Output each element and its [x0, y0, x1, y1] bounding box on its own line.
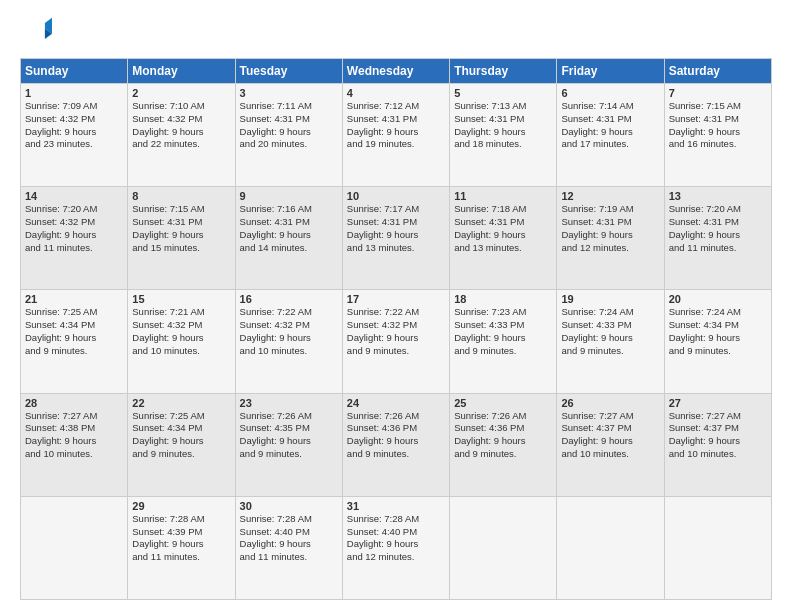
day-info: Sunrise: 7:24 AM Sunset: 4:34 PM Dayligh… [669, 306, 767, 357]
day-number: 23 [240, 397, 338, 409]
calendar-cell: 6 Sunrise: 7:14 AM Sunset: 4:31 PM Dayli… [557, 84, 664, 187]
day-number: 27 [669, 397, 767, 409]
calendar-cell: 24 Sunrise: 7:26 AM Sunset: 4:36 PM Dayl… [342, 393, 449, 496]
day-number: 19 [561, 293, 659, 305]
day-info: Sunrise: 7:27 AM Sunset: 4:37 PM Dayligh… [561, 410, 659, 461]
day-info: Sunrise: 7:28 AM Sunset: 4:39 PM Dayligh… [132, 513, 230, 564]
day-info: Sunrise: 7:15 AM Sunset: 4:31 PM Dayligh… [669, 100, 767, 151]
day-info: Sunrise: 7:23 AM Sunset: 4:33 PM Dayligh… [454, 306, 552, 357]
calendar-week-2: 14 Sunrise: 7:20 AM Sunset: 4:32 PM Dayl… [21, 187, 772, 290]
day-number: 6 [561, 87, 659, 99]
calendar-cell: 30 Sunrise: 7:28 AM Sunset: 4:40 PM Dayl… [235, 496, 342, 599]
calendar-cell: 28 Sunrise: 7:27 AM Sunset: 4:38 PM Dayl… [21, 393, 128, 496]
calendar-cell: 31 Sunrise: 7:28 AM Sunset: 4:40 PM Dayl… [342, 496, 449, 599]
day-info: Sunrise: 7:22 AM Sunset: 4:32 PM Dayligh… [240, 306, 338, 357]
day-header-thursday: Thursday [450, 59, 557, 84]
day-info: Sunrise: 7:25 AM Sunset: 4:34 PM Dayligh… [25, 306, 123, 357]
day-number: 13 [669, 190, 767, 202]
day-info: Sunrise: 7:15 AM Sunset: 4:31 PM Dayligh… [132, 203, 230, 254]
day-info: Sunrise: 7:18 AM Sunset: 4:31 PM Dayligh… [454, 203, 552, 254]
calendar-cell: 16 Sunrise: 7:22 AM Sunset: 4:32 PM Dayl… [235, 290, 342, 393]
day-info: Sunrise: 7:09 AM Sunset: 4:32 PM Dayligh… [25, 100, 123, 151]
day-info: Sunrise: 7:17 AM Sunset: 4:31 PM Dayligh… [347, 203, 445, 254]
calendar-cell: 25 Sunrise: 7:26 AM Sunset: 4:36 PM Dayl… [450, 393, 557, 496]
day-info: Sunrise: 7:10 AM Sunset: 4:32 PM Dayligh… [132, 100, 230, 151]
calendar-cell: 14 Sunrise: 7:20 AM Sunset: 4:32 PM Dayl… [21, 187, 128, 290]
calendar-cell: 18 Sunrise: 7:23 AM Sunset: 4:33 PM Dayl… [450, 290, 557, 393]
day-number: 12 [561, 190, 659, 202]
day-number: 21 [25, 293, 123, 305]
calendar-cell: 7 Sunrise: 7:15 AM Sunset: 4:31 PM Dayli… [664, 84, 771, 187]
day-number: 17 [347, 293, 445, 305]
day-info: Sunrise: 7:26 AM Sunset: 4:36 PM Dayligh… [454, 410, 552, 461]
day-info: Sunrise: 7:25 AM Sunset: 4:34 PM Dayligh… [132, 410, 230, 461]
day-info: Sunrise: 7:16 AM Sunset: 4:31 PM Dayligh… [240, 203, 338, 254]
calendar-cell [664, 496, 771, 599]
calendar-cell: 21 Sunrise: 7:25 AM Sunset: 4:34 PM Dayl… [21, 290, 128, 393]
calendar-cell: 4 Sunrise: 7:12 AM Sunset: 4:31 PM Dayli… [342, 84, 449, 187]
day-number: 11 [454, 190, 552, 202]
day-info: Sunrise: 7:13 AM Sunset: 4:31 PM Dayligh… [454, 100, 552, 151]
calendar-cell: 3 Sunrise: 7:11 AM Sunset: 4:31 PM Dayli… [235, 84, 342, 187]
page: SundayMondayTuesdayWednesdayThursdayFrid… [0, 0, 792, 612]
calendar-cell: 12 Sunrise: 7:19 AM Sunset: 4:31 PM Dayl… [557, 187, 664, 290]
day-number: 10 [347, 190, 445, 202]
day-header-saturday: Saturday [664, 59, 771, 84]
calendar-week-1: 1 Sunrise: 7:09 AM Sunset: 4:32 PM Dayli… [21, 84, 772, 187]
calendar-cell [450, 496, 557, 599]
day-number: 20 [669, 293, 767, 305]
calendar-cell: 11 Sunrise: 7:18 AM Sunset: 4:31 PM Dayl… [450, 187, 557, 290]
calendar-cell: 13 Sunrise: 7:20 AM Sunset: 4:31 PM Dayl… [664, 187, 771, 290]
day-info: Sunrise: 7:20 AM Sunset: 4:32 PM Dayligh… [25, 203, 123, 254]
day-number: 7 [669, 87, 767, 99]
day-header-wednesday: Wednesday [342, 59, 449, 84]
day-number: 25 [454, 397, 552, 409]
day-header-monday: Monday [128, 59, 235, 84]
day-info: Sunrise: 7:21 AM Sunset: 4:32 PM Dayligh… [132, 306, 230, 357]
day-info: Sunrise: 7:26 AM Sunset: 4:36 PM Dayligh… [347, 410, 445, 461]
calendar-cell: 23 Sunrise: 7:26 AM Sunset: 4:35 PM Dayl… [235, 393, 342, 496]
calendar-cell: 19 Sunrise: 7:24 AM Sunset: 4:33 PM Dayl… [557, 290, 664, 393]
calendar-cell: 1 Sunrise: 7:09 AM Sunset: 4:32 PM Dayli… [21, 84, 128, 187]
day-number: 3 [240, 87, 338, 99]
day-header-sunday: Sunday [21, 59, 128, 84]
day-number: 14 [25, 190, 123, 202]
day-info: Sunrise: 7:11 AM Sunset: 4:31 PM Dayligh… [240, 100, 338, 151]
logo-icon [20, 16, 52, 48]
calendar-cell: 15 Sunrise: 7:21 AM Sunset: 4:32 PM Dayl… [128, 290, 235, 393]
day-number: 30 [240, 500, 338, 512]
day-number: 2 [132, 87, 230, 99]
calendar-week-5: 29 Sunrise: 7:28 AM Sunset: 4:39 PM Dayl… [21, 496, 772, 599]
day-number: 31 [347, 500, 445, 512]
day-number: 22 [132, 397, 230, 409]
calendar-cell [21, 496, 128, 599]
calendar-cell: 22 Sunrise: 7:25 AM Sunset: 4:34 PM Dayl… [128, 393, 235, 496]
calendar-cell: 29 Sunrise: 7:28 AM Sunset: 4:39 PM Dayl… [128, 496, 235, 599]
day-info: Sunrise: 7:28 AM Sunset: 4:40 PM Dayligh… [347, 513, 445, 564]
day-header-tuesday: Tuesday [235, 59, 342, 84]
day-number: 9 [240, 190, 338, 202]
day-info: Sunrise: 7:26 AM Sunset: 4:35 PM Dayligh… [240, 410, 338, 461]
day-number: 15 [132, 293, 230, 305]
day-number: 18 [454, 293, 552, 305]
day-number: 28 [25, 397, 123, 409]
day-info: Sunrise: 7:28 AM Sunset: 4:40 PM Dayligh… [240, 513, 338, 564]
calendar-cell: 17 Sunrise: 7:22 AM Sunset: 4:32 PM Dayl… [342, 290, 449, 393]
calendar-week-3: 21 Sunrise: 7:25 AM Sunset: 4:34 PM Dayl… [21, 290, 772, 393]
day-info: Sunrise: 7:20 AM Sunset: 4:31 PM Dayligh… [669, 203, 767, 254]
calendar-header-row: SundayMondayTuesdayWednesdayThursdayFrid… [21, 59, 772, 84]
calendar-week-4: 28 Sunrise: 7:27 AM Sunset: 4:38 PM Dayl… [21, 393, 772, 496]
calendar-cell: 27 Sunrise: 7:27 AM Sunset: 4:37 PM Dayl… [664, 393, 771, 496]
header [20, 16, 772, 48]
calendar-cell: 10 Sunrise: 7:17 AM Sunset: 4:31 PM Dayl… [342, 187, 449, 290]
day-number: 5 [454, 87, 552, 99]
day-number: 26 [561, 397, 659, 409]
calendar-cell: 26 Sunrise: 7:27 AM Sunset: 4:37 PM Dayl… [557, 393, 664, 496]
calendar-cell [557, 496, 664, 599]
day-info: Sunrise: 7:14 AM Sunset: 4:31 PM Dayligh… [561, 100, 659, 151]
day-number: 24 [347, 397, 445, 409]
logo [20, 16, 54, 48]
day-header-friday: Friday [557, 59, 664, 84]
calendar-cell: 8 Sunrise: 7:15 AM Sunset: 4:31 PM Dayli… [128, 187, 235, 290]
day-number: 1 [25, 87, 123, 99]
